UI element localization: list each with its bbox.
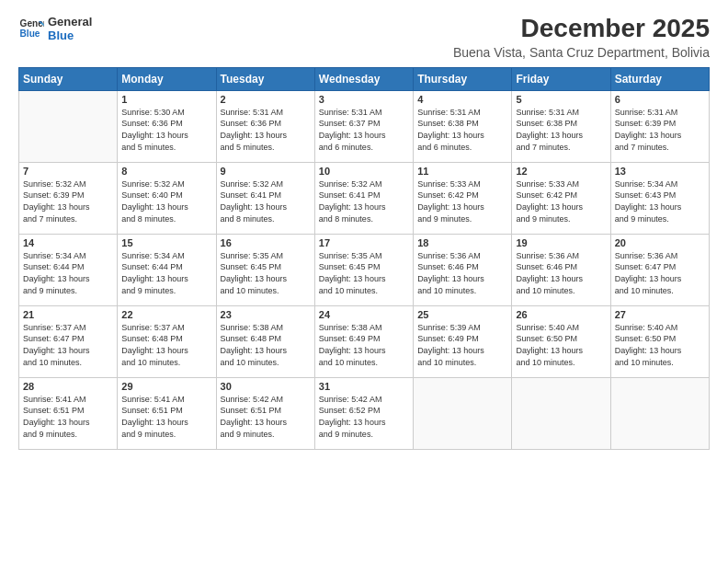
- calendar-cell: 15Sunrise: 5:34 AMSunset: 6:44 PMDayligh…: [118, 234, 216, 305]
- day-number: 6: [615, 94, 705, 105]
- day-number: 21: [23, 309, 113, 320]
- title-area: December 2025 Buena Vista, Santa Cruz De…: [453, 15, 710, 60]
- day-info: Sunrise: 5:40 AMSunset: 6:50 PMDaylight:…: [516, 322, 606, 368]
- calendar-cell: 19Sunrise: 5:36 AMSunset: 6:46 PMDayligh…: [512, 234, 610, 305]
- day-number: 18: [417, 237, 507, 248]
- calendar-cell: 14Sunrise: 5:34 AMSunset: 6:44 PMDayligh…: [19, 234, 118, 305]
- day-number: 4: [417, 94, 507, 105]
- day-info: Sunrise: 5:32 AMSunset: 6:41 PMDaylight:…: [221, 178, 311, 224]
- logo-icon: General Blue: [18, 16, 44, 41]
- day-info: Sunrise: 5:41 AMSunset: 6:51 PMDaylight:…: [23, 394, 113, 440]
- calendar-cell: 26Sunrise: 5:40 AMSunset: 6:50 PMDayligh…: [512, 305, 610, 377]
- day-number: 16: [221, 237, 311, 248]
- day-info: Sunrise: 5:32 AMSunset: 6:39 PMDaylight:…: [23, 178, 113, 224]
- day-info: Sunrise: 5:41 AMSunset: 6:51 PMDaylight:…: [121, 394, 211, 440]
- day-number: 25: [417, 309, 507, 320]
- day-info: Sunrise: 5:31 AMSunset: 6:38 PMDaylight:…: [417, 107, 507, 153]
- calendar-cell: 2Sunrise: 5:31 AMSunset: 6:36 PMDaylight…: [216, 90, 314, 162]
- calendar-cell: [19, 90, 118, 162]
- logo: General Blue General Blue: [18, 15, 92, 42]
- calendar-cell: 3Sunrise: 5:31 AMSunset: 6:37 PMDaylight…: [314, 90, 413, 162]
- calendar-cell: [414, 377, 512, 449]
- week-row-4: 28Sunrise: 5:41 AMSunset: 6:51 PMDayligh…: [19, 377, 710, 449]
- day-info: Sunrise: 5:32 AMSunset: 6:40 PMDaylight:…: [121, 178, 211, 224]
- day-number: 12: [516, 166, 606, 177]
- calendar-cell: 8Sunrise: 5:32 AMSunset: 6:40 PMDaylight…: [118, 162, 216, 234]
- calendar-cell: 11Sunrise: 5:33 AMSunset: 6:42 PMDayligh…: [414, 162, 512, 234]
- day-number: 3: [319, 94, 409, 105]
- day-number: 28: [23, 381, 113, 392]
- calendar-cell: 28Sunrise: 5:41 AMSunset: 6:51 PMDayligh…: [19, 377, 118, 449]
- calendar-cell: 16Sunrise: 5:35 AMSunset: 6:45 PMDayligh…: [216, 234, 314, 305]
- day-info: Sunrise: 5:36 AMSunset: 6:46 PMDaylight:…: [417, 250, 507, 296]
- header-row: SundayMondayTuesdayWednesdayThursdayFrid…: [19, 67, 710, 90]
- day-number: 29: [121, 381, 211, 392]
- calendar-cell: 22Sunrise: 5:37 AMSunset: 6:48 PMDayligh…: [118, 305, 216, 377]
- weekday-header-monday: Monday: [118, 67, 216, 90]
- day-info: Sunrise: 5:42 AMSunset: 6:51 PMDaylight:…: [221, 394, 311, 440]
- calendar-cell: 29Sunrise: 5:41 AMSunset: 6:51 PMDayligh…: [118, 377, 216, 449]
- calendar-cell: 21Sunrise: 5:37 AMSunset: 6:47 PMDayligh…: [19, 305, 118, 377]
- day-info: Sunrise: 5:36 AMSunset: 6:46 PMDaylight:…: [516, 250, 606, 296]
- day-info: Sunrise: 5:42 AMSunset: 6:52 PMDaylight:…: [319, 394, 409, 440]
- day-info: Sunrise: 5:31 AMSunset: 6:39 PMDaylight:…: [615, 107, 705, 153]
- day-info: Sunrise: 5:35 AMSunset: 6:45 PMDaylight:…: [221, 250, 311, 296]
- day-info: Sunrise: 5:38 AMSunset: 6:48 PMDaylight:…: [221, 322, 311, 368]
- day-number: 1: [121, 94, 211, 105]
- calendar-cell: 6Sunrise: 5:31 AMSunset: 6:39 PMDaylight…: [610, 90, 709, 162]
- day-info: Sunrise: 5:30 AMSunset: 6:36 PMDaylight:…: [121, 107, 211, 153]
- day-info: Sunrise: 5:32 AMSunset: 6:41 PMDaylight:…: [319, 178, 409, 224]
- day-number: 14: [23, 237, 113, 248]
- calendar-cell: 5Sunrise: 5:31 AMSunset: 6:38 PMDaylight…: [512, 90, 610, 162]
- calendar-cell: 20Sunrise: 5:36 AMSunset: 6:47 PMDayligh…: [610, 234, 709, 305]
- calendar-cell: 24Sunrise: 5:38 AMSunset: 6:49 PMDayligh…: [314, 305, 413, 377]
- day-number: 7: [23, 166, 113, 177]
- day-info: Sunrise: 5:31 AMSunset: 6:36 PMDaylight:…: [221, 107, 311, 153]
- day-info: Sunrise: 5:36 AMSunset: 6:47 PMDaylight:…: [615, 250, 705, 296]
- calendar-table: SundayMondayTuesdayWednesdayThursdayFrid…: [18, 67, 710, 450]
- day-number: 13: [615, 166, 705, 177]
- day-number: 26: [516, 309, 606, 320]
- svg-text:General: General: [20, 18, 44, 29]
- weekday-header-tuesday: Tuesday: [216, 67, 314, 90]
- day-number: 2: [221, 94, 311, 105]
- weekday-header-thursday: Thursday: [414, 67, 512, 90]
- day-number: 17: [319, 237, 409, 248]
- day-number: 27: [615, 309, 705, 320]
- calendar-cell: 1Sunrise: 5:30 AMSunset: 6:36 PMDaylight…: [118, 90, 216, 162]
- day-info: Sunrise: 5:34 AMSunset: 6:44 PMDaylight:…: [121, 250, 211, 296]
- calendar-cell: [512, 377, 610, 449]
- day-number: 31: [319, 381, 409, 392]
- calendar-cell: 12Sunrise: 5:33 AMSunset: 6:42 PMDayligh…: [512, 162, 610, 234]
- subtitle: Buena Vista, Santa Cruz Department, Boli…: [453, 45, 710, 60]
- calendar-cell: 27Sunrise: 5:40 AMSunset: 6:50 PMDayligh…: [610, 305, 709, 377]
- calendar-cell: 10Sunrise: 5:32 AMSunset: 6:41 PMDayligh…: [314, 162, 413, 234]
- day-info: Sunrise: 5:40 AMSunset: 6:50 PMDaylight:…: [615, 322, 705, 368]
- day-info: Sunrise: 5:37 AMSunset: 6:47 PMDaylight:…: [23, 322, 113, 368]
- weekday-header-sunday: Sunday: [19, 67, 118, 90]
- week-row-0: 1Sunrise: 5:30 AMSunset: 6:36 PMDaylight…: [19, 90, 710, 162]
- calendar-cell: 30Sunrise: 5:42 AMSunset: 6:51 PMDayligh…: [216, 377, 314, 449]
- day-info: Sunrise: 5:33 AMSunset: 6:42 PMDaylight:…: [417, 178, 507, 224]
- calendar-cell: 25Sunrise: 5:39 AMSunset: 6:49 PMDayligh…: [414, 305, 512, 377]
- calendar-cell: 23Sunrise: 5:38 AMSunset: 6:48 PMDayligh…: [216, 305, 314, 377]
- weekday-header-friday: Friday: [512, 67, 610, 90]
- week-row-1: 7Sunrise: 5:32 AMSunset: 6:39 PMDaylight…: [19, 162, 710, 234]
- day-number: 30: [221, 381, 311, 392]
- day-number: 11: [417, 166, 507, 177]
- day-info: Sunrise: 5:31 AMSunset: 6:38 PMDaylight:…: [516, 107, 606, 153]
- week-row-3: 21Sunrise: 5:37 AMSunset: 6:47 PMDayligh…: [19, 305, 710, 377]
- day-info: Sunrise: 5:39 AMSunset: 6:49 PMDaylight:…: [417, 322, 507, 368]
- main-title: December 2025: [453, 15, 710, 43]
- header: General Blue General Blue December 2025 …: [18, 15, 710, 60]
- calendar-cell: 9Sunrise: 5:32 AMSunset: 6:41 PMDaylight…: [216, 162, 314, 234]
- svg-text:Blue: Blue: [20, 29, 40, 39]
- day-info: Sunrise: 5:37 AMSunset: 6:48 PMDaylight:…: [121, 322, 211, 368]
- day-info: Sunrise: 5:38 AMSunset: 6:49 PMDaylight:…: [319, 322, 409, 368]
- day-number: 24: [319, 309, 409, 320]
- logo-general: General: [48, 15, 92, 29]
- calendar-cell: 17Sunrise: 5:35 AMSunset: 6:45 PMDayligh…: [314, 234, 413, 305]
- calendar-cell: 7Sunrise: 5:32 AMSunset: 6:39 PMDaylight…: [19, 162, 118, 234]
- logo-blue: Blue: [48, 29, 92, 42]
- calendar-cell: 4Sunrise: 5:31 AMSunset: 6:38 PMDaylight…: [414, 90, 512, 162]
